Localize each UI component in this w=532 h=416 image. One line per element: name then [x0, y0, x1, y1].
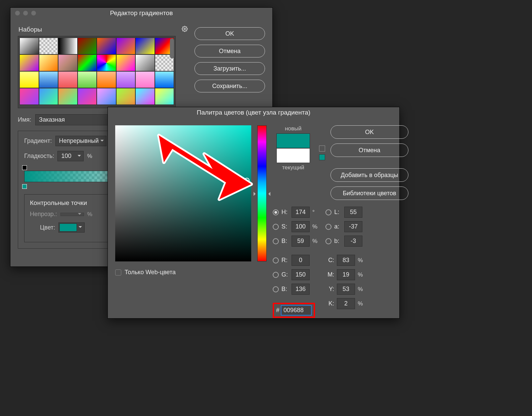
annotation-arrow-icon	[145, 129, 253, 203]
gamut-warning-icon[interactable]	[319, 145, 325, 152]
preset-swatch[interactable]	[116, 54, 136, 71]
preset-swatch[interactable]	[39, 88, 58, 105]
color-libraries-button[interactable]: Библиотеки цветов	[330, 186, 408, 200]
preset-swatch[interactable]	[58, 54, 78, 71]
preset-swatch[interactable]	[135, 71, 155, 88]
swatch-scrollbar[interactable]	[170, 38, 174, 58]
preset-swatch[interactable]	[58, 88, 78, 105]
r-input[interactable]	[292, 255, 310, 266]
ok-button[interactable]: OK	[330, 125, 408, 139]
name-label: Имя:	[18, 116, 31, 123]
radio-b[interactable]	[273, 238, 279, 244]
preset-swatch[interactable]	[78, 54, 97, 71]
preset-swatch[interactable]	[155, 88, 174, 105]
checkbox-icon[interactable]	[115, 269, 121, 276]
preset-swatch[interactable]	[116, 71, 136, 88]
preset-swatch[interactable]	[116, 88, 136, 105]
radio-g[interactable]	[273, 272, 279, 278]
smoothness-label: Гладкость:	[24, 153, 54, 160]
preset-swatch[interactable]	[78, 71, 97, 88]
k-input[interactable]	[337, 298, 355, 309]
window-title: Палитра цветов (цвет узла градиента)	[108, 109, 399, 116]
add-swatch-button[interactable]: Добавить в образцы	[330, 168, 408, 182]
radio-b-rgb[interactable]	[273, 286, 279, 292]
color-label: Цвет:	[40, 224, 55, 231]
new-color-label: новый	[285, 125, 302, 132]
new-color-swatch	[276, 133, 310, 148]
web-only-checkbox[interactable]: Только Web-цвета	[115, 269, 251, 276]
color-well[interactable]	[59, 223, 77, 232]
preset-swatch[interactable]	[39, 71, 58, 88]
radio-r[interactable]	[273, 257, 279, 263]
svg-point-0	[184, 28, 186, 30]
preset-swatch[interactable]	[135, 88, 155, 105]
h-input[interactable]	[292, 207, 310, 218]
color-well-select[interactable]	[58, 222, 85, 233]
radio-s[interactable]	[273, 224, 279, 230]
gamut-corrected-swatch[interactable]	[319, 154, 325, 160]
cancel-button[interactable]: Отмена	[194, 45, 265, 57]
preset-swatches[interactable]	[18, 36, 176, 108]
svg-marker-2	[159, 135, 251, 199]
opacity-stop[interactable]	[22, 165, 27, 170]
smoothness-unit: %	[87, 153, 92, 160]
y-input[interactable]	[337, 284, 355, 295]
m-input[interactable]	[337, 269, 355, 280]
radio-h[interactable]	[273, 209, 279, 215]
gradient-type-select[interactable]: Непрерывный	[55, 136, 106, 146]
preset-swatch[interactable]	[116, 38, 136, 54]
opacity-input	[60, 213, 84, 216]
preset-swatch[interactable]	[97, 38, 116, 54]
radio-l[interactable]	[325, 209, 331, 215]
radio-lab-b[interactable]	[325, 238, 331, 244]
b-hsb-input[interactable]	[292, 236, 310, 247]
cancel-button[interactable]: Отмена	[330, 143, 408, 157]
hue-slider[interactable]	[257, 125, 267, 261]
smoothness-input[interactable]: 100	[57, 151, 84, 161]
gradient-type-label: Градиент:	[24, 137, 52, 144]
lab-b-input[interactable]	[344, 236, 362, 247]
preset-swatch[interactable]	[155, 71, 174, 88]
ok-button[interactable]: OK	[194, 27, 265, 40]
titlebar: Редактор градиентов	[10, 8, 272, 18]
radio-a[interactable]	[325, 224, 331, 230]
opacity-unit: %	[87, 211, 92, 218]
web-only-label: Только Web-цвета	[125, 269, 176, 276]
s-input[interactable]	[292, 221, 310, 232]
titlebar: Палитра цветов (цвет узла градиента)	[108, 107, 399, 118]
hex-highlight: #	[273, 303, 315, 318]
color-stop[interactable]	[22, 184, 27, 189]
save-button[interactable]: Сохранить...	[194, 80, 265, 92]
hex-input[interactable]	[281, 305, 312, 316]
preset-swatch[interactable]	[19, 38, 39, 54]
opacity-label: Непрозр.:	[30, 211, 57, 218]
a-input[interactable]	[344, 221, 362, 232]
gear-icon[interactable]	[182, 26, 188, 33]
sets-label: Наборы	[18, 26, 42, 33]
current-color-swatch[interactable]	[276, 148, 310, 163]
preset-swatch[interactable]	[19, 71, 39, 88]
preset-swatch[interactable]	[39, 54, 58, 71]
l-input[interactable]	[344, 207, 362, 218]
preset-swatch[interactable]	[135, 54, 155, 71]
load-button[interactable]: Загрузить...	[194, 62, 265, 75]
g-input[interactable]	[292, 269, 310, 280]
preset-swatch[interactable]	[97, 88, 116, 105]
preset-swatch[interactable]	[97, 54, 116, 71]
preset-swatch[interactable]	[78, 88, 97, 105]
preset-swatch[interactable]	[58, 71, 78, 88]
preset-swatch[interactable]	[97, 71, 116, 88]
preset-swatch[interactable]	[39, 38, 58, 54]
hash-label: #	[276, 307, 279, 314]
preset-swatch[interactable]	[135, 38, 155, 54]
b-rgb-input[interactable]	[292, 284, 310, 295]
preset-swatch[interactable]	[19, 88, 39, 105]
window-title: Редактор градиентов	[10, 9, 272, 17]
preset-swatch[interactable]	[58, 38, 78, 54]
current-color-label: текущий	[282, 164, 304, 171]
c-input[interactable]	[337, 255, 355, 266]
preset-swatch[interactable]	[19, 54, 39, 71]
color-picker-window: Палитра цветов (цвет узла градиента) Тол…	[107, 107, 400, 319]
saturation-value-box[interactable]	[115, 125, 251, 261]
preset-swatch[interactable]	[78, 38, 97, 54]
